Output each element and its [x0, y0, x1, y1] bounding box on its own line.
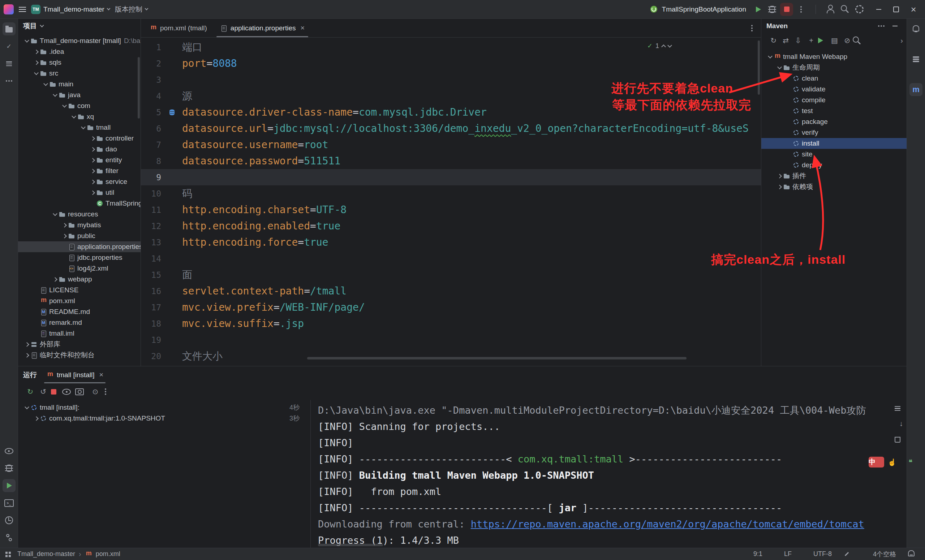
gutter-icon[interactable] — [169, 44, 176, 51]
caret-position[interactable]: 9:1 — [738, 549, 767, 559]
code-with-me-icon[interactable] — [824, 3, 837, 16]
tab-application-properties[interactable]: application.properties × — [214, 19, 311, 37]
expander-icon[interactable] — [53, 277, 57, 282]
vcs-widget[interactable]: 版本控制 — [115, 5, 148, 14]
expander-icon[interactable] — [34, 50, 39, 54]
gutter-icon[interactable] — [169, 109, 176, 116]
expander-icon[interactable] — [90, 136, 95, 141]
commit-icon[interactable] — [3, 40, 15, 53]
maven-icon[interactable] — [910, 83, 922, 96]
indent-setting[interactable]: 4个空格 — [858, 549, 901, 559]
stop-icon[interactable] — [48, 386, 59, 397]
console-settings-icon[interactable] — [892, 403, 903, 414]
sync-maven-icon[interactable]: ⇄ — [777, 35, 789, 46]
gutter-icon[interactable] — [169, 223, 176, 230]
tree-item[interactable]: deploy — [761, 160, 907, 170]
search-everywhere-icon[interactable] — [838, 3, 851, 16]
scrollbar[interactable] — [758, 41, 760, 95]
maximize-button[interactable] — [888, 3, 904, 16]
gutter-icon[interactable] — [169, 255, 176, 262]
tree-item[interactable]: log4j2.xml — [18, 263, 140, 274]
more-tool-windows-icon[interactable] — [3, 74, 15, 87]
editor-line[interactable]: 4 源 — [141, 88, 761, 104]
tree-item[interactable]: src — [18, 68, 140, 79]
editor-line[interactable]: 3 — [141, 72, 761, 88]
expander-icon[interactable] — [24, 342, 29, 347]
expander-icon[interactable] — [90, 158, 95, 163]
project-panel-header[interactable]: 项目 — [18, 19, 140, 33]
tree-item[interactable]: .idea — [18, 46, 140, 57]
rerun-failed-icon[interactable]: ↺ — [35, 386, 46, 397]
tree-item[interactable]: README.md — [18, 306, 140, 317]
editor-line[interactable]: 19 — [141, 332, 761, 348]
run-tab-tmall-install[interactable]: tmall [install] × — [44, 366, 105, 383]
editor-line[interactable]: 20 文件大小 — [141, 348, 761, 364]
tree-item[interactable]: controller — [18, 133, 140, 144]
main-menu-icon[interactable] — [19, 7, 26, 12]
tree-item[interactable]: validate — [761, 84, 907, 95]
editor-line[interactable]: 14 — [141, 250, 761, 266]
problems-icon[interactable] — [3, 444, 15, 458]
run-icon[interactable] — [3, 479, 15, 492]
run-tree-item[interactable]: com.xq.tmall:tmall:jar:1.0-SNAPSHOT 3秒 — [18, 413, 310, 424]
tree-item[interactable]: 依赖项 — [761, 181, 907, 192]
ime-lang-badge[interactable]: 中 — [869, 457, 884, 468]
tree-item[interactable]: 外部库 — [18, 339, 140, 350]
more-icon[interactable] — [875, 20, 888, 33]
breadcrumb[interactable]: Tmall_demo-master › pom.xml — [5, 550, 121, 558]
run-configuration-widget[interactable]: TmallSpringBootApplication — [649, 5, 746, 15]
download-sources-icon[interactable]: ⇩ — [789, 35, 801, 46]
editor-line[interactable]: 13 http.encoding.force=true — [141, 234, 761, 250]
editor-line[interactable]: 6 datasource.url=jdbc:mysql://localhost:… — [141, 120, 761, 137]
ime-hand-icon[interactable]: ☝ — [888, 457, 905, 468]
tree-item[interactable]: public — [18, 230, 140, 241]
tree-item[interactable]: jdbc.properties — [18, 252, 140, 263]
inspection-widget[interactable]: ✓ 1 — [644, 41, 674, 51]
maven-panel-header[interactable]: Maven — [761, 19, 907, 33]
editor-line[interactable]: 15 面 — [141, 266, 761, 283]
clear-console-icon[interactable] — [892, 433, 903, 444]
editor-line[interactable]: 11 http.encoding.charset=UTF-8 — [141, 202, 761, 218]
editor-line[interactable]: 12 http.encoding.enabled=true — [141, 218, 761, 234]
expander-icon[interactable] — [90, 190, 95, 195]
expander-icon[interactable] — [34, 60, 39, 65]
close-icon[interactable]: × — [300, 24, 304, 32]
gutter-icon[interactable] — [169, 206, 176, 214]
gutter-icon[interactable] — [169, 125, 176, 132]
editor-line[interactable]: 2 port=8088 — [141, 55, 761, 72]
tree-item[interactable]: 临时文件和控制台 — [18, 350, 140, 361]
expander-icon[interactable] — [44, 81, 48, 86]
tree-item[interactable]: 插件 — [761, 170, 907, 181]
editor-line[interactable]: 9 — [141, 169, 761, 185]
database-icon[interactable] — [910, 53, 922, 66]
expander-icon[interactable] — [24, 353, 29, 358]
tree-item[interactable]: tmall — [18, 122, 140, 133]
tree-item[interactable]: package — [761, 116, 907, 127]
tree-item[interactable]: pom.xml — [18, 295, 140, 306]
line-separator[interactable]: LF — [769, 549, 796, 559]
editor-line[interactable]: 17 mvc.view.prefix=/WEB-INF/page/ — [141, 299, 761, 315]
expander-icon[interactable] — [53, 211, 57, 216]
tree-item[interactable]: LICENSE — [18, 285, 140, 295]
expander-icon[interactable] — [24, 38, 29, 43]
scroll-to-end-icon[interactable]: ↓ — [892, 418, 903, 429]
tree-item[interactable]: application.properties — [18, 241, 140, 252]
expander-icon[interactable] — [62, 234, 67, 238]
expander-icon[interactable] — [81, 125, 86, 129]
expander-icon[interactable] — [62, 103, 67, 108]
editor-line[interactable]: 10 码 — [141, 185, 761, 202]
tree-item[interactable]: remark.md — [18, 317, 140, 328]
tree-item[interactable]: Tmall_demo-master [tmall] D:\bai — [18, 35, 140, 46]
ime-punct-icon[interactable]: ❝ — [909, 457, 921, 468]
history-icon[interactable] — [3, 514, 15, 527]
editor-line[interactable]: 5 datasource.driver-class-name=com.mysql… — [141, 104, 761, 120]
tree-item[interactable]: compile — [761, 95, 907, 105]
run-console[interactable]: D:\Java\bin\java.exe "-Dmaven.multiModul… — [318, 400, 907, 548]
git-icon[interactable] — [3, 531, 15, 544]
notifications-icon[interactable] — [902, 549, 920, 559]
debug-icon[interactable] — [3, 462, 15, 475]
tree-item[interactable]: filter — [18, 166, 140, 176]
expander-icon[interactable] — [90, 179, 95, 184]
debug-button[interactable] — [766, 3, 779, 16]
more-run-options-icon[interactable] — [795, 3, 807, 16]
